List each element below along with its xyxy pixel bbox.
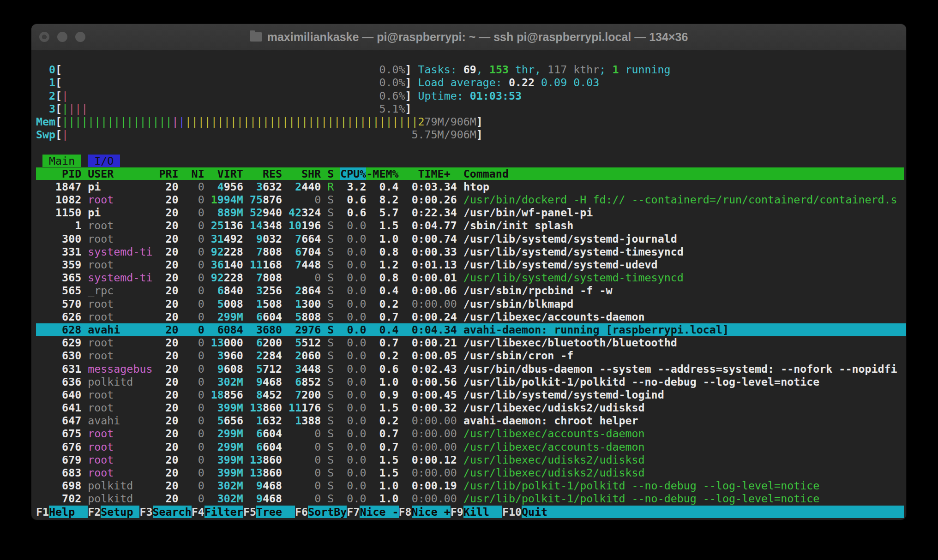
process-row-683[interactable]: 683 root 20 0 399M 13860 0 S 0.0 1.5 0:0… <box>36 466 906 479</box>
minimize-button[interactable] <box>57 32 67 42</box>
process-row-1847[interactable]: 1847 pi 20 0 4956 3632 2440 R 3.2 0.4 0:… <box>36 180 906 193</box>
cpu-meter-2: 2[| 0.6%] Uptime: 01:03:53 <box>36 89 906 102</box>
process-row-630[interactable]: 630 root 20 0 3960 2284 2060 S 0.0 0.2 0… <box>36 349 906 362</box>
tab-main[interactable]: Main <box>42 155 81 167</box>
fnkey-f7[interactable]: F7 <box>347 506 360 518</box>
fnbar-quit[interactable]: Quit <box>522 506 547 518</box>
fnbar-setup[interactable]: Setup <box>101 506 139 518</box>
fnkey-f1[interactable]: F1 <box>36 506 49 518</box>
fnbar-kill[interactable]: Kill <box>463 506 502 518</box>
fnbar-filter[interactable]: Filter <box>204 506 243 518</box>
cpu-meter-0: 0[ 0.0%] Tasks: 69, 153 thr, 117 kthr; 1… <box>36 63 906 76</box>
fnbar-help[interactable]: Help <box>49 506 88 518</box>
fnbar-search[interactable]: Search <box>153 506 192 518</box>
process-row-626[interactable]: 626 root 20 0 299M 6604 5808 S 0.0 0.7 0… <box>36 310 906 323</box>
process-row-679[interactable]: 679 root 20 0 399M 13860 0 S 0.0 1.5 0:0… <box>36 453 906 466</box>
folder-icon <box>250 32 262 42</box>
process-row-631[interactable]: 631 messagebus 20 0 9608 5712 3448 S 0.0… <box>36 363 906 375</box>
fnbar-sortby[interactable]: SortBy <box>308 506 347 518</box>
titlebar[interactable]: maximiliankaske — pi@raspberrypi: ~ — ss… <box>31 24 906 50</box>
table-header[interactable]: PID USER PRI NI VIRT RES SHR S CPU%-MEM%… <box>36 167 906 180</box>
terminal-window: maximiliankaske — pi@raspberrypi: ~ — ss… <box>31 24 906 520</box>
function-key-bar[interactable]: F1Help F2Setup F3SearchF4FilterF5Tree F6… <box>36 506 906 518</box>
tab-bar: Main I/O <box>36 155 906 167</box>
process-row-365[interactable]: 365 systemd-ti 20 0 92228 7808 0 S 0.0 0… <box>36 271 906 284</box>
cpu-meter-1: 1[ 0.0%] Load average: 0.22 0.09 0.03 <box>36 76 906 89</box>
sort-column-cpu[interactable]: CPU% <box>340 167 366 180</box>
process-row-359[interactable]: 359 root 20 0 36140 11168 7448 S 0.0 1.2… <box>36 258 906 271</box>
terminal-content: 0[ 0.0%] Tasks: 69, 153 thr, 117 kthr; 1… <box>31 50 906 520</box>
fnkey-f3[interactable]: F3 <box>139 506 152 518</box>
fnkey-f10[interactable]: F10 <box>502 506 522 518</box>
process-row-676[interactable]: 676 root 20 0 299M 6604 0 S 0.0 0.7 0:00… <box>36 441 906 453</box>
process-row-636[interactable]: 636 polkitd 20 0 302M 9468 6852 S 0.0 1.… <box>36 375 906 388</box>
process-row-1150[interactable]: 1150 pi 20 0 889M 52940 42324 S 0.6 5.7 … <box>36 206 906 219</box>
zoom-button[interactable] <box>75 32 85 42</box>
fnkey-f8[interactable]: F8 <box>399 506 412 518</box>
tab-io[interactable]: I/O <box>88 155 120 167</box>
process-row-1082[interactable]: 1082 root 20 0 1994M 75876 0 S 0.6 8.2 0… <box>36 193 906 206</box>
process-row-1[interactable]: 1 root 20 0 25136 14348 10196 S 0.0 1.5 … <box>36 219 906 232</box>
process-row-628[interactable]: 628 avahi 20 0 6084 3680 2976 S 0.0 0.4 … <box>36 323 906 336</box>
fnkey-f2[interactable]: F2 <box>88 506 101 518</box>
memory-meter: Mem[||||||||||||||||||||||||||||||||||||… <box>36 115 906 128</box>
process-row-675[interactable]: 675 root 20 0 299M 6604 0 S 0.0 0.7 0:00… <box>36 427 906 440</box>
process-row-565[interactable]: 565 _rpc 20 0 6840 3256 2864 S 0.0 0.4 0… <box>36 284 906 297</box>
fnbar-tree[interactable]: Tree <box>256 506 295 518</box>
fnkey-f5[interactable]: F5 <box>243 506 256 518</box>
fnkey-f4[interactable]: F4 <box>192 506 204 518</box>
process-row-629[interactable]: 629 root 20 0 13000 6200 5512 S 0.0 0.7 … <box>36 336 906 349</box>
fnkey-f9[interactable]: F9 <box>451 506 463 518</box>
swap-meter: Swp[| 5.75M/906M] <box>36 128 906 141</box>
fnbar-nice-[interactable]: Nice + <box>412 506 451 518</box>
blank-line <box>36 141 906 154</box>
process-row-702[interactable]: 702 polkitd 20 0 302M 9468 0 S 0.0 1.0 0… <box>36 492 906 505</box>
process-row-641[interactable]: 641 root 20 0 399M 13860 11176 S 0.0 1.5… <box>36 401 906 414</box>
window-title: maximiliankaske — pi@raspberrypi: ~ — ss… <box>267 30 688 44</box>
process-row-647[interactable]: 647 avahi 20 0 5656 1632 1388 S 0.0 0.2 … <box>36 414 906 427</box>
blank-line <box>36 50 906 63</box>
process-row-640[interactable]: 640 root 20 0 18856 8452 7200 S 0.0 0.9 … <box>36 388 906 401</box>
process-row-698[interactable]: 698 polkitd 20 0 302M 9468 0 S 0.0 1.0 0… <box>36 479 906 492</box>
fnkey-f6[interactable]: F6 <box>295 506 308 518</box>
close-button[interactable] <box>39 32 49 42</box>
cpu-meter-3: 3[|||| 5.1%] <box>36 102 906 115</box>
process-row-300[interactable]: 300 root 20 0 31492 9032 7664 S 0.0 1.0 … <box>36 232 906 245</box>
fnbar-nice-[interactable]: Nice - <box>360 506 398 518</box>
process-row-331[interactable]: 331 systemd-ti 20 0 92228 7808 6704 S 0.… <box>36 245 906 258</box>
process-row-570[interactable]: 570 root 20 0 5008 1508 1300 S 0.0 0.2 0… <box>36 298 906 310</box>
